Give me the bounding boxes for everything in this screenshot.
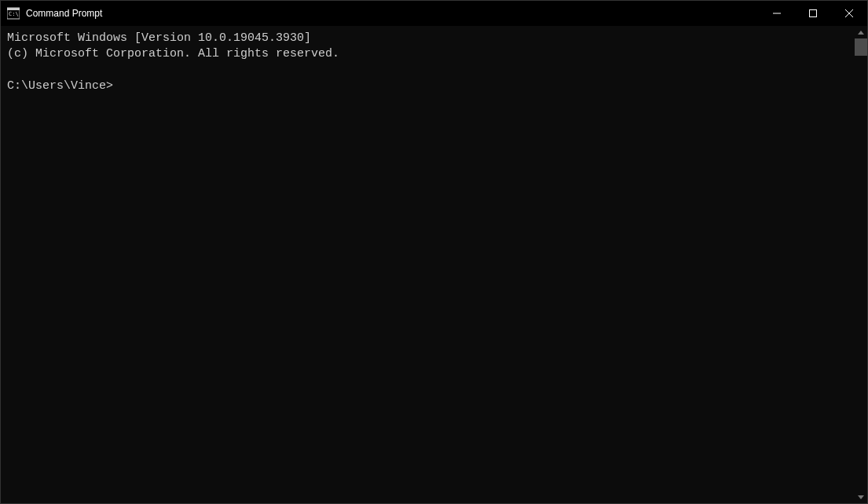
close-button[interactable] bbox=[831, 1, 867, 26]
window-controls bbox=[759, 1, 867, 26]
maximize-icon bbox=[809, 9, 817, 17]
close-icon bbox=[845, 9, 853, 17]
svg-rect-1 bbox=[7, 8, 20, 10]
cmd-icon: C:\ bbox=[7, 7, 20, 20]
window-title: Command Prompt bbox=[26, 8, 102, 19]
svg-marker-8 bbox=[858, 495, 864, 499]
window-titlebar: C:\ Command Prompt bbox=[1, 1, 867, 26]
terminal-prompt: C:\Users\Vince> bbox=[7, 79, 113, 93]
scroll-thumb[interactable] bbox=[855, 38, 867, 56]
terminal-input[interactable] bbox=[113, 79, 255, 93]
titlebar-left: C:\ Command Prompt bbox=[1, 7, 102, 20]
svg-text:C:\: C:\ bbox=[9, 11, 19, 17]
minimize-button[interactable] bbox=[759, 1, 795, 26]
vertical-scrollbar[interactable] bbox=[855, 26, 867, 503]
terminal-line-copyright: (c) Microsoft Corporation. All rights re… bbox=[7, 47, 339, 60]
scroll-up-arrow-icon[interactable] bbox=[855, 26, 867, 38]
minimize-icon bbox=[773, 9, 781, 17]
maximize-button[interactable] bbox=[795, 1, 831, 26]
svg-rect-4 bbox=[810, 10, 817, 17]
svg-marker-7 bbox=[858, 31, 864, 35]
terminal-line-version: Microsoft Windows [Version 10.0.19045.39… bbox=[7, 31, 311, 45]
terminal-content[interactable]: Microsoft Windows [Version 10.0.19045.39… bbox=[1, 26, 855, 503]
terminal-body: Microsoft Windows [Version 10.0.19045.39… bbox=[1, 26, 867, 503]
scroll-down-arrow-icon[interactable] bbox=[855, 491, 867, 503]
